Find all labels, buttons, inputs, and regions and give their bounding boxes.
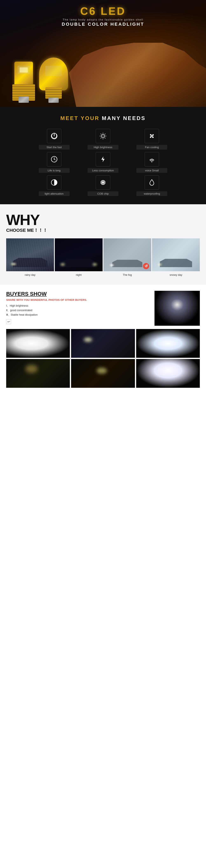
feature-icon-half-circle xyxy=(47,175,61,190)
features-grid: Start the fast High brightness Fan cooli… xyxy=(31,129,175,196)
why-section: WHY CHOOSE ME！！！ xyxy=(0,204,206,285)
svg-point-2 xyxy=(102,134,104,137)
why-photo-night xyxy=(55,238,103,271)
caption-snowy: snowy day xyxy=(152,273,200,276)
buyer-photo-3 xyxy=(136,329,200,358)
feature-label-voice: voice Small xyxy=(136,168,167,173)
snowy-photo xyxy=(152,238,200,271)
buyer-photo-1 xyxy=(6,329,70,358)
buyers-list: Ⅰ、High brightness Ⅱ、good concentrated Ⅲ、… xyxy=(6,304,150,317)
buyers-photo-grid-2 xyxy=(6,359,200,388)
feature-label-start: Start the fast xyxy=(39,145,70,150)
buyers-list-item-1: Ⅰ、High brightness xyxy=(6,304,150,308)
why-photos-grid: ↺ xyxy=(6,238,200,271)
feature-item-waterproof: waterproofing xyxy=(129,175,175,196)
fog-photo: ↺ xyxy=(103,238,151,271)
main-photo-glow xyxy=(155,291,200,326)
buyer-photo-4 xyxy=(6,359,70,388)
features-title-white: MANY NEEDS xyxy=(102,115,146,121)
feature-label-chip: COB chip xyxy=(87,191,119,196)
bulb-large xyxy=(39,58,68,103)
hero-subtitle-big: DOUBLE COLOR HEADLIGHT xyxy=(62,22,145,27)
feature-label-life: Life is long xyxy=(39,168,70,173)
buyers-subtitle: SHARE WITH YOU WONDERFUL PHOTOS OF OTHER… xyxy=(6,299,150,302)
buyer-photo-6 xyxy=(136,359,200,388)
feature-label-consumption: Less consumption xyxy=(87,168,119,173)
night-photo xyxy=(55,238,103,271)
feature-label-cooling: Fan cooling xyxy=(136,145,167,150)
svg-line-8 xyxy=(104,137,105,138)
buyers-list-item-2: Ⅱ、good concentrated xyxy=(6,308,150,312)
why-photo-rainy xyxy=(6,238,54,271)
svg-point-15 xyxy=(54,159,55,160)
svg-line-7 xyxy=(101,133,101,134)
buyers-section: BUYERS SHOW SHARE WITH YOU WONDERFUL PHO… xyxy=(0,285,206,394)
buyer-photo-5 xyxy=(71,359,135,388)
feature-icon-bolt xyxy=(96,152,110,166)
why-title: WHY xyxy=(6,213,200,227)
feature-item-cooling: Fan cooling xyxy=(129,129,175,150)
hero-section: C6 LED The lamp body adopts the fashiona… xyxy=(0,0,206,107)
svg-line-10 xyxy=(101,137,101,138)
buyers-list-item-3: Ⅲ、Stable heat dissipation xyxy=(6,313,150,317)
svg-line-9 xyxy=(104,133,105,134)
feature-label-brightness: High brightness xyxy=(87,145,119,150)
bulb-illustration xyxy=(12,58,68,103)
features-section-title: MEET YOUR MANY NEEDS xyxy=(4,115,202,121)
features-section: MEET YOUR MANY NEEDS Start the fast High… xyxy=(0,107,206,204)
hero-subtitle-small: The lamp body adopts the fashionable gol… xyxy=(62,18,143,21)
rainy-day-photo xyxy=(6,238,54,271)
buyers-main-photo xyxy=(155,291,200,326)
why-captions-row: rainy day night The fog snowy day xyxy=(6,272,200,276)
feature-label-waterproof: waterproofing xyxy=(136,191,167,196)
feature-icon-chip xyxy=(96,175,110,190)
fog-arrow-badge: ↺ xyxy=(143,263,149,269)
feature-item-attenuation: light attenuation xyxy=(31,175,77,196)
why-subtitle: CHOOSE ME！！！ xyxy=(6,227,200,234)
feature-label-attenuation: light attenuation xyxy=(39,191,70,196)
buyer-photo-2 xyxy=(71,329,135,358)
feature-item-life: Life is long xyxy=(31,152,77,173)
svg-marker-16 xyxy=(101,156,105,162)
feature-icon-sun xyxy=(96,129,110,143)
why-photo-snowy xyxy=(152,238,200,271)
features-title-gold: MEET YOUR xyxy=(60,115,100,121)
bulb-large-body xyxy=(39,58,68,90)
why-photo-fog: ↺ xyxy=(103,238,151,271)
feature-icon-clock xyxy=(47,152,61,166)
feature-icon-wifi xyxy=(145,152,159,166)
caption-rainy: rainy day xyxy=(6,273,54,276)
buyers-title: BUYERS SHOW xyxy=(6,291,150,297)
feature-icon-drop xyxy=(145,175,159,190)
feature-item-consumption: Less consumption xyxy=(80,152,126,173)
svg-rect-20 xyxy=(102,181,104,184)
caption-fog: The fog xyxy=(103,273,151,276)
feature-item-start: Start the fast xyxy=(31,129,77,150)
feature-item-brightness: High brightness xyxy=(80,129,126,150)
feature-item-chip: COB chip xyxy=(80,175,126,196)
buyers-text-block: BUYERS SHOW SHARE WITH YOU WONDERFUL PHO… xyxy=(6,291,150,324)
feature-item-voice: voice Small xyxy=(129,152,175,173)
feature-icon-power xyxy=(47,129,61,143)
buyers-header: BUYERS SHOW SHARE WITH YOU WONDERFUL PHO… xyxy=(6,291,200,326)
hero-title: C6 LED xyxy=(80,5,126,17)
bulb-small xyxy=(12,62,35,103)
buyers-photo-grid-1 xyxy=(6,329,200,358)
svg-point-17 xyxy=(151,161,152,162)
svg-point-11 xyxy=(151,135,152,137)
caption-night: night xyxy=(55,273,103,276)
feature-icon-fan xyxy=(145,129,159,143)
